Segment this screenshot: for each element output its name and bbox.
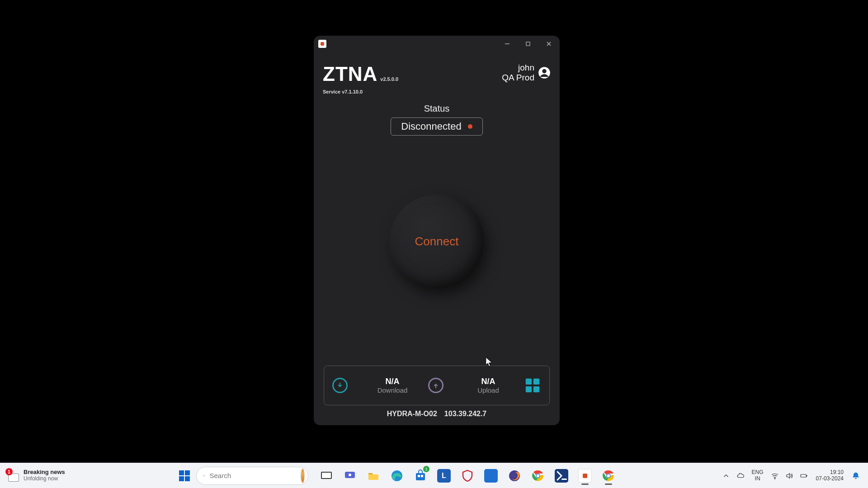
status-pill: Disconnected bbox=[391, 117, 482, 136]
svg-point-30 bbox=[607, 474, 610, 477]
firefox-icon bbox=[508, 469, 521, 483]
taskbar-app-file-explorer[interactable] bbox=[363, 466, 383, 486]
language-region: IN bbox=[752, 476, 764, 482]
svg-point-5 bbox=[542, 69, 546, 73]
news-subtitle: Unfolding now bbox=[24, 476, 65, 482]
taskbar-app-mcafee[interactable] bbox=[458, 466, 477, 486]
taskbar-app-ztna[interactable] bbox=[575, 466, 595, 486]
upload-icon bbox=[428, 378, 443, 393]
language-code: ENG bbox=[752, 469, 764, 475]
apps-grid-button[interactable] bbox=[524, 377, 541, 394]
brand-name: ZTNA bbox=[323, 63, 377, 85]
svg-rect-22 bbox=[418, 475, 420, 477]
upload-label: Upload bbox=[453, 386, 524, 394]
edge-icon bbox=[390, 469, 404, 483]
user-menu[interactable]: john QA Prod bbox=[502, 63, 551, 83]
tray-battery[interactable] bbox=[798, 470, 810, 482]
svg-rect-23 bbox=[421, 475, 423, 477]
search-highlight-icon bbox=[300, 468, 306, 483]
svg-point-27 bbox=[537, 474, 539, 477]
svg-point-14 bbox=[203, 475, 204, 476]
news-icon: 1 bbox=[7, 469, 20, 482]
tray-wifi[interactable] bbox=[769, 470, 781, 482]
store-badge-icon: 1 bbox=[423, 466, 429, 472]
svg-rect-1 bbox=[526, 42, 530, 46]
status-dot-icon bbox=[468, 124, 472, 129]
svg-rect-11 bbox=[185, 470, 190, 475]
windows-logo-icon bbox=[179, 470, 190, 482]
taskbar-app-blue[interactable] bbox=[481, 466, 501, 486]
user-avatar-icon bbox=[538, 66, 551, 79]
task-view-icon bbox=[320, 469, 333, 483]
clock-date: 07-03-2024 bbox=[816, 476, 844, 482]
taskbar-app-powershell[interactable] bbox=[552, 466, 571, 486]
chevron-up-icon bbox=[722, 472, 730, 480]
taskbar-app-chrome-1[interactable] bbox=[528, 466, 548, 486]
news-widget[interactable]: 1 Breaking news Unfolding now bbox=[0, 469, 176, 482]
chrome-icon bbox=[531, 469, 545, 483]
taskbar-clock[interactable]: 19:10 07-03-2024 bbox=[816, 469, 844, 482]
taskbar-app-l[interactable]: L bbox=[434, 466, 454, 486]
taskbar-app-firefox[interactable] bbox=[505, 466, 524, 486]
status-label: Status bbox=[424, 103, 450, 114]
taskbar-app-chat[interactable] bbox=[340, 466, 360, 486]
taskbar-search[interactable] bbox=[196, 467, 308, 485]
svg-rect-33 bbox=[807, 475, 807, 476]
user-name: john bbox=[502, 63, 534, 73]
wifi-icon bbox=[771, 472, 779, 480]
taskbar-app-task-view[interactable] bbox=[316, 466, 336, 486]
stats-panel: N/A Download N/A Upload bbox=[324, 366, 550, 405]
brand-version: v2.5.0.0 bbox=[380, 76, 398, 82]
service-version: Service v7.1.10.0 bbox=[323, 89, 398, 94]
titlebar bbox=[314, 36, 560, 52]
maximize-button[interactable] bbox=[522, 38, 534, 50]
chrome-icon bbox=[602, 469, 615, 483]
svg-rect-21 bbox=[416, 473, 425, 480]
user-environment: QA Prod bbox=[502, 73, 534, 83]
svg-rect-17 bbox=[322, 473, 331, 478]
language-indicator[interactable]: ENG IN bbox=[752, 469, 764, 481]
minimize-button[interactable] bbox=[501, 38, 514, 50]
start-button[interactable] bbox=[176, 468, 193, 484]
folder-icon bbox=[367, 469, 380, 483]
connect-button[interactable]: Connect bbox=[389, 194, 484, 289]
chat-icon bbox=[343, 469, 357, 483]
shield-icon bbox=[461, 469, 474, 483]
status-value: Disconnected bbox=[401, 121, 461, 132]
hostname: HYDRA-M-O02 bbox=[387, 410, 437, 418]
taskbar-app-chrome-2[interactable] bbox=[599, 466, 618, 486]
tray-volume[interactable] bbox=[783, 470, 795, 482]
download-label: Download bbox=[357, 386, 428, 394]
svg-rect-7 bbox=[533, 379, 539, 385]
battery-icon bbox=[800, 472, 808, 480]
connect-label: Connect bbox=[415, 235, 459, 249]
svg-rect-13 bbox=[185, 476, 190, 481]
clock-time: 19:10 bbox=[816, 469, 844, 476]
bell-icon bbox=[852, 472, 860, 480]
tray-overflow-button[interactable] bbox=[720, 470, 732, 482]
footer-info: HYDRA-M-O02 103.39.242.7 bbox=[323, 410, 551, 418]
search-icon bbox=[203, 472, 205, 480]
taskbar-app-edge[interactable] bbox=[387, 466, 407, 486]
cloud-icon bbox=[736, 472, 745, 480]
taskbar: 1 Breaking news Unfolding now bbox=[0, 463, 868, 488]
app-icon bbox=[318, 40, 326, 48]
upload-value: N/A bbox=[453, 377, 524, 386]
download-icon bbox=[332, 378, 348, 393]
svg-rect-12 bbox=[179, 476, 184, 481]
svg-rect-9 bbox=[533, 386, 539, 392]
svg-rect-10 bbox=[179, 470, 184, 475]
svg-rect-32 bbox=[801, 474, 806, 477]
download-value: N/A bbox=[357, 377, 428, 386]
tray-onedrive[interactable] bbox=[735, 470, 746, 482]
svg-line-15 bbox=[204, 476, 205, 476]
ztna-window: ZTNA v2.5.0.0 Service v7.1.10.0 john QA … bbox=[314, 36, 560, 425]
speaker-icon bbox=[785, 472, 793, 480]
taskbar-app-store[interactable]: 1 bbox=[410, 466, 430, 486]
notifications-button[interactable] bbox=[850, 470, 862, 482]
close-button[interactable] bbox=[542, 38, 555, 50]
svg-rect-8 bbox=[526, 386, 532, 392]
svg-rect-6 bbox=[526, 379, 532, 385]
search-input[interactable] bbox=[210, 472, 296, 479]
svg-point-31 bbox=[774, 478, 775, 479]
